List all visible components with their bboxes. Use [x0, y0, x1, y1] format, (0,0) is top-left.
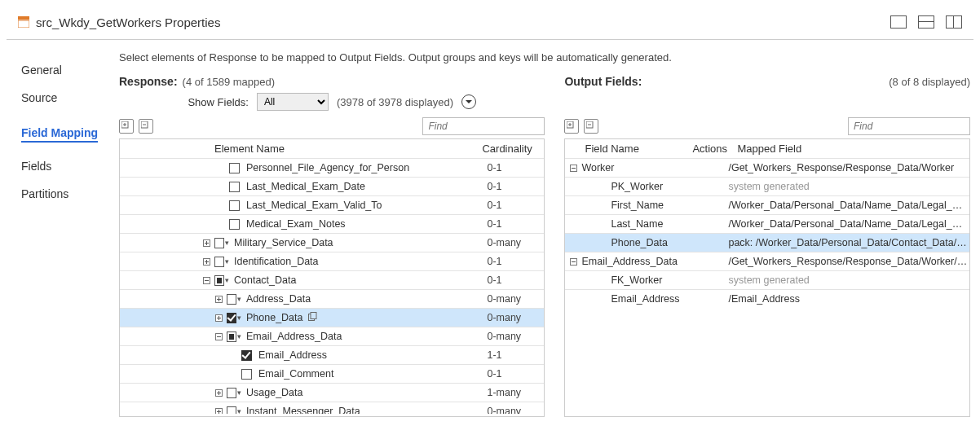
expand-toggle-icon[interactable]	[565, 258, 581, 266]
output-find-input[interactable]	[848, 117, 970, 135]
map-checkbox[interactable]: ▾	[214, 275, 229, 286]
element-name[interactable]: Medical_Exam_Notes	[241, 218, 487, 230]
map-checkbox[interactable]: ▾	[227, 406, 241, 415]
svg-rect-0	[18, 16, 29, 20]
cardinality-value: 0-many	[487, 406, 544, 414]
window-title: src_Wkdy_GetWorkers Properties	[36, 15, 220, 29]
cardinality-value: 0-1	[487, 181, 544, 192]
expand-toggle-icon[interactable]	[215, 296, 227, 303]
element-name[interactable]: Contact_Data	[229, 274, 487, 286]
map-checkbox[interactable]	[239, 369, 254, 380]
output-row[interactable]: First_Name/Worker_Data/Personal_Data/Nam…	[565, 195, 969, 214]
element-name[interactable]: Military_Service_Data	[229, 237, 487, 248]
copy-icon[interactable]	[308, 312, 317, 321]
field-name[interactable]: Phone_Data	[611, 237, 728, 248]
map-checkbox[interactable]: ▾	[227, 313, 241, 323]
response-find-input[interactable]	[422, 117, 545, 135]
expand-toggle-icon[interactable]	[203, 239, 214, 247]
sidenav-item-partitions[interactable]: Partitions	[21, 180, 113, 208]
expand-toggle-icon[interactable]	[203, 277, 214, 284]
output-row[interactable]: Email_Address_Data/Get_Workers_Response/…	[565, 252, 969, 270]
map-checkbox[interactable]	[227, 219, 241, 230]
show-fields-select[interactable]: All	[257, 93, 329, 111]
response-header-cardinality: Cardinality	[482, 143, 539, 155]
expand-toggle-icon[interactable]	[215, 333, 227, 340]
sidenav-item-general[interactable]: General	[21, 56, 113, 84]
map-checkbox[interactable]: ▾	[227, 294, 241, 305]
sidenav-item-source[interactable]: Source	[21, 84, 113, 112]
element-name[interactable]: Personnel_File_Agency_for_Person	[241, 162, 487, 173]
map-checkbox[interactable]	[227, 182, 241, 192]
output-row[interactable]: Email_Address/Email_Address	[565, 289, 969, 308]
map-checkbox[interactable]: ▾	[214, 238, 229, 248]
response-row[interactable]: Last_Medical_Exam_Date0-1	[120, 177, 544, 195]
response-tree[interactable]: Personnel_File_Agency_for_Person0-1Last_…	[120, 158, 544, 414]
map-checkbox[interactable]: ▾	[214, 257, 229, 267]
output-row[interactable]: FK_Workersystem generated	[565, 270, 969, 289]
field-name[interactable]: Last_Name	[611, 218, 728, 230]
response-row[interactable]: ▾Address_Data0-many	[120, 289, 544, 308]
output-collapse-all-button[interactable]	[584, 119, 598, 134]
element-name[interactable]: Usage_Data	[241, 387, 487, 398]
response-row[interactable]: ▾Usage_Data1-many	[120, 383, 544, 402]
response-row[interactable]: ▾Military_Service_Data0-many	[120, 233, 544, 252]
output-row[interactable]: Worker/Get_Workers_Response/Response_Dat…	[565, 158, 969, 177]
response-row[interactable]: ▾Identification_Data0-1	[120, 252, 544, 270]
layout-vertical-split-button[interactable]	[946, 15, 962, 29]
field-name[interactable]: Email_Address	[611, 293, 728, 305]
element-name[interactable]: Last_Medical_Exam_Date	[241, 181, 487, 192]
filter-dropdown-button[interactable]	[461, 94, 476, 109]
field-name[interactable]: Worker	[581, 162, 728, 173]
field-name[interactable]: FK_Worker	[611, 274, 728, 286]
element-name[interactable]: Instant_Messenger_Data	[241, 406, 487, 414]
output-row[interactable]: Phone_Datapack: /Worker_Data/Personal_Da…	[565, 233, 969, 252]
cardinality-value: 0-1	[487, 256, 544, 267]
layout-horizontal-split-button[interactable]	[918, 15, 934, 29]
output-header-field-name: Field Name	[570, 143, 692, 155]
output-title: Output Fields:	[564, 75, 642, 88]
field-name[interactable]: First_Name	[611, 200, 728, 211]
field-name[interactable]: PK_Worker	[611, 181, 728, 192]
cardinality-value: 1-many	[487, 387, 544, 398]
cardinality-value: 0-1	[487, 218, 544, 230]
response-row[interactable]: ▾Email_Address_Data0-many	[120, 327, 544, 345]
element-name[interactable]: Identification_Data	[229, 256, 487, 267]
expand-toggle-icon[interactable]	[215, 314, 227, 322]
expand-all-button[interactable]	[119, 119, 134, 134]
response-row[interactable]: ▾Phone_Data0-many	[120, 308, 544, 327]
response-row[interactable]: ▾Instant_Messenger_Data0-many	[120, 402, 544, 414]
response-title: Response:	[119, 75, 178, 88]
element-name[interactable]: Email_Address_Data	[241, 331, 487, 342]
element-name[interactable]: Address_Data	[241, 293, 487, 305]
layout-single-button[interactable]	[890, 15, 907, 29]
element-name[interactable]: Email_Address	[254, 349, 487, 361]
element-name[interactable]: Phone_Data	[241, 312, 487, 323]
map-checkbox[interactable]	[227, 200, 241, 211]
expand-toggle-icon[interactable]	[215, 408, 227, 415]
expand-toggle-icon[interactable]	[565, 165, 581, 172]
response-row[interactable]: Personnel_File_Agency_for_Person0-1	[120, 158, 544, 177]
map-checkbox[interactable]	[227, 163, 241, 173]
expand-toggle-icon[interactable]	[215, 389, 227, 397]
element-name[interactable]: Email_Comment	[254, 368, 487, 380]
output-tree[interactable]: Worker/Get_Workers_Response/Response_Dat…	[565, 158, 969, 414]
sidenav-item-field-mapping[interactable]: Field Mapping	[21, 119, 98, 143]
mapped-field-value: /Email_Address	[728, 293, 969, 305]
output-row[interactable]: Last_Name/Worker_Data/Personal_Data/Name…	[565, 214, 969, 233]
output-row[interactable]: PK_Workersystem generated	[565, 177, 969, 195]
response-row[interactable]: Last_Medical_Exam_Valid_To0-1	[120, 195, 544, 214]
field-name[interactable]: Email_Address_Data	[581, 256, 728, 267]
response-row[interactable]: ▾Contact_Data0-1	[120, 270, 544, 289]
response-row[interactable]: Email_Comment0-1	[120, 364, 544, 383]
mapped-field-value: pack: /Worker_Data/Personal_Data/Contact…	[728, 237, 969, 248]
response-row[interactable]: Email_Address1-1	[120, 345, 544, 364]
response-row[interactable]: Medical_Exam_Notes0-1	[120, 214, 544, 233]
element-name[interactable]: Last_Medical_Exam_Valid_To	[241, 200, 487, 211]
sidenav-item-fields[interactable]: Fields	[21, 152, 113, 180]
collapse-all-button[interactable]	[139, 119, 153, 134]
output-expand-all-button[interactable]	[564, 119, 579, 134]
map-checkbox[interactable]	[239, 350, 254, 361]
map-checkbox[interactable]: ▾	[227, 388, 241, 398]
expand-toggle-icon[interactable]	[203, 258, 214, 266]
map-checkbox[interactable]: ▾	[227, 331, 241, 342]
